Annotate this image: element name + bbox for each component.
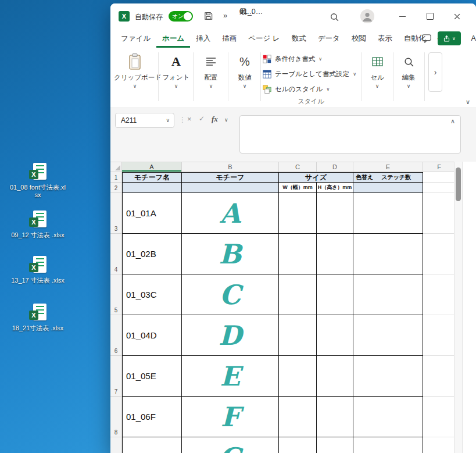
- conditional-formatting-button[interactable]: 条件付き書式 ∨: [263, 51, 359, 66]
- collapse-formula-bar-chevron[interactable]: ∧: [450, 117, 455, 125]
- cell[interactable]: [353, 437, 423, 453]
- cell-size-header[interactable]: サイズ: [279, 172, 353, 183]
- cell-motif-name[interactable]: 01_06F: [122, 397, 182, 437]
- cell-motif-name[interactable]: [122, 437, 182, 453]
- font-group-button[interactable]: A フォント ∨: [160, 52, 192, 89]
- format-as-table-button[interactable]: テーブルとして書式設定 ∨: [263, 66, 359, 81]
- alignment-group-button[interactable]: 配置 ∨: [195, 52, 227, 89]
- tab-page-layout[interactable]: ページ レ: [242, 29, 285, 48]
- cell[interactable]: [279, 234, 317, 274]
- cancel-icon[interactable]: ×: [187, 115, 192, 123]
- cell-motif-header[interactable]: モチーフ: [182, 172, 279, 183]
- tab-home[interactable]: ホーム: [156, 29, 190, 48]
- row-header[interactable]: 1: [110, 172, 122, 183]
- cell[interactable]: [353, 234, 423, 274]
- cell[interactable]: [317, 437, 353, 453]
- name-box[interactable]: A211 ∨: [115, 113, 174, 128]
- cell[interactable]: [353, 356, 423, 397]
- cell[interactable]: [317, 397, 353, 437]
- desktop-file-01-08[interactable]: X 01_08 font寸法表.xlsx: [9, 163, 67, 199]
- cell-motif-letter[interactable]: B: [182, 234, 279, 274]
- row-header[interactable]: 6: [110, 315, 122, 356]
- cell-styles-button[interactable]: セルのスタイル ∨: [263, 81, 359, 97]
- cell-motif-name[interactable]: 01_04D: [122, 315, 182, 356]
- cell[interactable]: [279, 193, 317, 234]
- cell-motif-letter[interactable]: E: [182, 356, 279, 397]
- column-header-e[interactable]: E: [353, 162, 423, 172]
- cell[interactable]: [423, 437, 456, 453]
- cell[interactable]: [423, 234, 456, 274]
- tab-formulas[interactable]: 数式: [286, 29, 312, 48]
- cell[interactable]: [279, 315, 317, 356]
- collapse-ribbon-chevron[interactable]: ∨: [466, 98, 470, 106]
- column-header-a[interactable]: A: [122, 162, 182, 172]
- tab-review[interactable]: 校閲: [346, 29, 372, 48]
- cell[interactable]: [279, 437, 317, 453]
- cell-motif-name[interactable]: 01_05E: [122, 356, 182, 397]
- cell[interactable]: [353, 274, 423, 315]
- cell-motif-letter[interactable]: F: [182, 397, 279, 437]
- select-all-corner[interactable]: [110, 162, 122, 172]
- cell-colorchange-stitch-header[interactable]: 色替え ステッチ数: [353, 172, 423, 183]
- tab-view[interactable]: 表示: [372, 29, 398, 48]
- ribbon-overflow-button[interactable]: ›: [428, 52, 442, 92]
- cell[interactable]: [317, 193, 353, 234]
- formula-input[interactable]: [239, 115, 461, 154]
- insert-function-button[interactable]: fx: [212, 115, 218, 124]
- scrollbar-thumb[interactable]: [456, 167, 461, 201]
- clipboard-group-button[interactable]: クリップボード ∨: [114, 52, 156, 89]
- cell[interactable]: [423, 315, 456, 356]
- cell-motif-name[interactable]: 01_01A: [122, 193, 182, 234]
- close-button[interactable]: [445, 3, 468, 29]
- editing-group-button[interactable]: 編集 ∨: [395, 52, 422, 89]
- cell-motif-letter[interactable]: D: [182, 315, 279, 356]
- cell[interactable]: [423, 172, 456, 183]
- vertical-scrollbar[interactable]: [454, 162, 463, 453]
- tab-file[interactable]: ファイル: [115, 29, 156, 48]
- number-group-button[interactable]: % 数値 ∨: [230, 52, 259, 89]
- desktop-file-18-21[interactable]: X 18_21寸法表 .xlsx: [9, 304, 67, 332]
- tab-acrobat[interactable]: ACROB: [466, 29, 476, 48]
- cell[interactable]: [423, 183, 456, 193]
- search-icon[interactable]: [328, 10, 341, 23]
- cell[interactable]: [353, 193, 423, 234]
- row-header[interactable]: 2: [110, 183, 122, 193]
- cell-motif-name-header[interactable]: モチーフ名: [122, 172, 182, 183]
- share-button[interactable]: ∨: [438, 31, 461, 45]
- row-header[interactable]: 8: [110, 397, 122, 437]
- cell[interactable]: [423, 356, 456, 397]
- cell-motif-letter[interactable]: G: [182, 437, 279, 453]
- cell[interactable]: [353, 397, 423, 437]
- cell[interactable]: [423, 274, 456, 315]
- cell[interactable]: [353, 315, 423, 356]
- cell[interactable]: [423, 193, 456, 234]
- column-header-c[interactable]: C: [279, 162, 317, 172]
- cell-motif-letter[interactable]: A: [182, 193, 279, 234]
- cells-group-button[interactable]: セル ∨: [364, 52, 391, 89]
- tab-draw[interactable]: 描画: [216, 29, 242, 48]
- row-header[interactable]: 4: [110, 234, 122, 274]
- cell[interactable]: [279, 397, 317, 437]
- row-header[interactable]: 3: [110, 193, 122, 234]
- desktop-file-13-17[interactable]: X 13_17 寸法表 .xlsx: [9, 256, 67, 284]
- enter-icon[interactable]: ✓: [199, 115, 205, 123]
- maximize-button[interactable]: [418, 3, 442, 29]
- row-header[interactable]: [110, 437, 122, 453]
- row-header[interactable]: 5: [110, 274, 122, 315]
- minimize-button[interactable]: [391, 3, 414, 29]
- comments-button[interactable]: [419, 32, 434, 45]
- column-header-d[interactable]: D: [317, 162, 353, 172]
- cell-motif-name[interactable]: 01_02B: [122, 234, 182, 274]
- column-header-b[interactable]: B: [182, 162, 279, 172]
- cell[interactable]: [317, 234, 353, 274]
- account-avatar[interactable]: [360, 9, 374, 23]
- cell-motif-name[interactable]: 01_03C: [122, 274, 182, 315]
- cell[interactable]: [182, 183, 279, 193]
- column-header-f[interactable]: F: [423, 162, 456, 172]
- cell[interactable]: [279, 274, 317, 315]
- cell[interactable]: [279, 356, 317, 397]
- tab-data[interactable]: データ: [312, 29, 346, 48]
- cell[interactable]: [122, 183, 182, 193]
- quick-access-overflow[interactable]: »: [223, 11, 227, 20]
- cell[interactable]: [317, 315, 353, 356]
